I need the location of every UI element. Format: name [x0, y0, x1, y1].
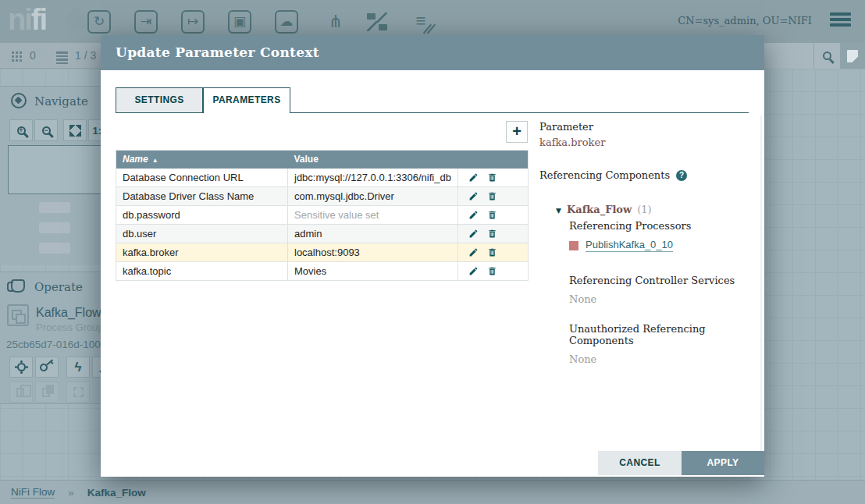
- param-name: db.password: [116, 206, 288, 225]
- processor-icon[interactable]: ↻: [87, 10, 111, 34]
- navigate-title: Navigate: [34, 94, 88, 108]
- collapse-caret-icon[interactable]: ▼: [556, 207, 561, 215]
- start-icon: ϟ: [75, 360, 82, 374]
- dialog-buttons: CANCEL APPLY: [598, 451, 764, 475]
- param-value-sensitive: Sensitive value set: [288, 206, 458, 225]
- table-row[interactable]: db.user admin: [116, 225, 529, 243]
- operate-component-type: Process Group: [36, 321, 104, 333]
- dialog-scrollbar[interactable]: [760, 115, 762, 470]
- update-parameter-context-dialog: Update Parameter Context SETTINGS PARAME…: [101, 35, 764, 477]
- active-threads-count: 0: [30, 49, 36, 62]
- zoom-out-icon: −: [42, 126, 51, 135]
- param-value: jdbc:mysql://127.0.0.1:3306/nifi_db: [288, 169, 458, 187]
- process-group-icon[interactable]: ▣: [228, 10, 251, 34]
- input-port-icon[interactable]: ⇥: [134, 10, 158, 34]
- referencing-components-tree: ▼ Kafka_Flow (1) Referencing Processors …: [539, 204, 754, 365]
- queued-count: 1 / 3: [75, 49, 96, 62]
- search-icon: [823, 51, 831, 60]
- param-name: Database Driver Class Name: [116, 187, 288, 206]
- referencing-components-text: Referencing Components: [539, 169, 670, 181]
- template-icon[interactable]: [367, 12, 387, 31]
- delete-icon[interactable]: [487, 210, 497, 220]
- parameter-label: Parameter: [539, 121, 754, 133]
- minimap-block: [39, 202, 70, 213]
- delete-icon[interactable]: [487, 266, 497, 276]
- cancel-button[interactable]: CANCEL: [598, 451, 682, 475]
- referencing-processors-label: Referencing Processors: [569, 220, 754, 232]
- tab-parameters[interactable]: PARAMETERS: [203, 87, 290, 113]
- breadcrumb: NiFi Flow » Kafka_Flow: [0, 480, 865, 504]
- logo-text-2: fi: [31, 3, 46, 36]
- param-name: kafka.broker: [116, 243, 288, 262]
- help-icon[interactable]: ?: [676, 170, 687, 181]
- dialog-body: SETTINGS PARAMETERS + Name▲ Value Databa…: [101, 70, 764, 477]
- column-header-actions: [458, 151, 529, 169]
- tab-settings[interactable]: SETTINGS: [116, 87, 203, 113]
- group-button[interactable]: [66, 382, 90, 403]
- controller-services-none: None: [569, 293, 754, 305]
- edit-icon[interactable]: [468, 229, 479, 239]
- fit-icon: [69, 125, 81, 137]
- current-user: CN=sys_admin, OU=NIFI: [678, 15, 812, 27]
- zoom-in-button[interactable]: +: [9, 119, 33, 141]
- zoom-fit-button[interactable]: [63, 119, 87, 141]
- paste-button[interactable]: [35, 382, 59, 403]
- unauthorized-none: None: [569, 353, 754, 365]
- table-row[interactable]: db.password Sensitive value set: [116, 206, 529, 225]
- edit-icon[interactable]: [468, 191, 479, 201]
- funnel-icon[interactable]: ⋔: [323, 10, 348, 34]
- delete-icon[interactable]: [487, 247, 497, 257]
- column-header-value[interactable]: Value: [288, 151, 458, 169]
- add-parameter-button[interactable]: +: [506, 121, 528, 143]
- start-button[interactable]: ϟ: [66, 357, 90, 378]
- output-port-icon[interactable]: ↦: [181, 10, 205, 34]
- nifi-app: nifi ↻ ⇥ ↦ ▣ ☁ ⋔ ≡ CN=sys_admin, OU=NIFI…: [0, 0, 865, 504]
- edit-icon[interactable]: [468, 210, 479, 220]
- edit-icon[interactable]: [468, 266, 479, 276]
- edit-icon[interactable]: [468, 172, 479, 183]
- referencing-controller-services-label: Referencing Controller Services: [569, 275, 754, 286]
- tab-underline: [290, 87, 749, 113]
- active-threads-icon: [11, 51, 23, 62]
- minimap-block: [39, 222, 70, 233]
- search-button[interactable]: [813, 43, 840, 69]
- zoom-out-button[interactable]: −: [34, 119, 58, 141]
- table-row[interactable]: Database Driver Class Name com.mysql.jdb…: [116, 187, 529, 206]
- remote-process-group-icon[interactable]: ☁: [275, 10, 298, 34]
- configure-button[interactable]: [9, 357, 33, 378]
- unauthorized-referencing-label: Unauthorized Referencing Components: [569, 323, 754, 346]
- key-icon: [38, 361, 49, 372]
- table-row-selected[interactable]: kafka.broker localhost:9093: [116, 243, 529, 262]
- breadcrumb-root-link[interactable]: NiFi Flow: [11, 486, 55, 499]
- process-group-tree-item[interactable]: ▼ Kafka_Flow (1): [556, 204, 754, 215]
- breadcrumb-separator: »: [68, 487, 74, 499]
- parameter-name: kafka.broker: [539, 137, 754, 148]
- sticky-note-icon: [847, 50, 858, 62]
- processor-link[interactable]: PublishKafka_0_10: [586, 239, 673, 252]
- zoom-in-icon: +: [17, 126, 26, 135]
- referencing-components-label: Referencing Components ?: [539, 169, 754, 181]
- label-icon[interactable]: ≡: [409, 10, 432, 34]
- operate-component-id: 25cb65d7-016d-1000-: [6, 339, 110, 350]
- delete-icon[interactable]: [487, 172, 497, 183]
- access-policies-button[interactable]: [35, 357, 59, 378]
- operate-component-name: Kafka_Flow: [36, 306, 101, 320]
- param-name: Database Connection URL: [116, 169, 288, 187]
- dialog-title: Update Parameter Context: [101, 35, 764, 70]
- table-row[interactable]: kafka.topic Movies: [116, 262, 529, 281]
- parameters-table: Name▲ Value Database Connection URL jdbc…: [116, 150, 529, 281]
- global-menu-icon[interactable]: [830, 12, 851, 29]
- copy-button[interactable]: [9, 382, 33, 403]
- hand-icon: [11, 279, 25, 293]
- delete-icon[interactable]: [487, 229, 497, 239]
- column-header-name[interactable]: Name▲: [116, 151, 288, 169]
- delete-icon[interactable]: [487, 191, 497, 201]
- edit-icon[interactable]: [468, 247, 479, 257]
- table-row[interactable]: Database Connection URL jdbc:mysql://127…: [116, 169, 529, 187]
- sticky-note-button[interactable]: [840, 43, 865, 69]
- param-value: com.mysql.jdbc.Driver: [288, 187, 458, 206]
- param-name: kafka.topic: [116, 262, 288, 281]
- breadcrumb-current[interactable]: Kafka_Flow: [87, 487, 146, 499]
- apply-button[interactable]: APPLY: [682, 451, 764, 475]
- param-value: Movies: [288, 262, 458, 281]
